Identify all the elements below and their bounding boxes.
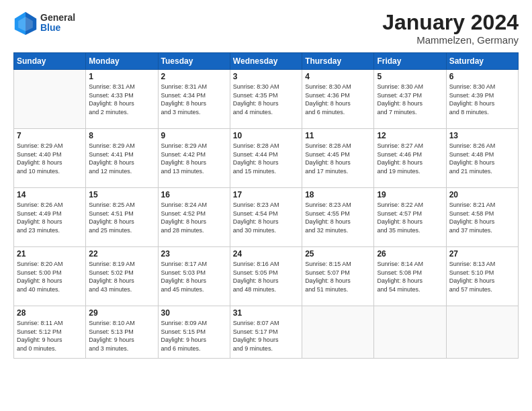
calendar-cell: 14Sunrise: 8:26 AM Sunset: 4:49 PM Dayli… — [14, 188, 86, 247]
calendar-cell: 18Sunrise: 8:23 AM Sunset: 4:55 PM Dayli… — [302, 188, 374, 247]
logo-general: General — [40, 13, 75, 23]
day-info: Sunrise: 8:26 AM Sunset: 4:48 PM Dayligh… — [449, 142, 515, 175]
day-number: 19 — [377, 190, 443, 199]
col-saturday: Saturday — [446, 53, 518, 70]
day-info: Sunrise: 8:30 AM Sunset: 4:37 PM Dayligh… — [377, 83, 443, 116]
header-row: Sunday Monday Tuesday Wednesday Thursday… — [14, 53, 519, 70]
col-sunday: Sunday — [14, 53, 86, 70]
day-info: Sunrise: 8:21 AM Sunset: 4:58 PM Dayligh… — [449, 201, 515, 234]
day-number: 11 — [305, 131, 371, 140]
day-number: 14 — [17, 190, 83, 199]
calendar-week-1: 1Sunrise: 8:31 AM Sunset: 4:33 PM Daylig… — [14, 70, 519, 129]
page: General Blue January 2024 Mammelzen, Ger… — [0, 0, 532, 411]
calendar-cell: 9Sunrise: 8:29 AM Sunset: 4:42 PM Daylig… — [158, 129, 230, 188]
logo-text: General Blue — [40, 13, 75, 34]
col-tuesday: Tuesday — [158, 53, 230, 70]
day-info: Sunrise: 8:28 AM Sunset: 4:44 PM Dayligh… — [233, 142, 299, 175]
day-number: 25 — [305, 249, 371, 259]
day-info: Sunrise: 8:30 AM Sunset: 4:36 PM Dayligh… — [305, 83, 371, 116]
day-number: 31 — [233, 308, 299, 318]
day-number: 27 — [449, 249, 515, 259]
day-info: Sunrise: 8:28 AM Sunset: 4:45 PM Dayligh… — [305, 142, 371, 175]
logo: General Blue — [13, 11, 75, 35]
day-number: 28 — [17, 308, 83, 318]
day-number: 20 — [449, 190, 515, 199]
day-number: 8 — [89, 131, 154, 140]
day-number: 23 — [161, 249, 227, 259]
location: Mammelzen, Germany — [382, 34, 519, 46]
logo-blue: Blue — [40, 23, 75, 33]
calendar-cell — [446, 306, 518, 359]
day-info: Sunrise: 8:23 AM Sunset: 4:55 PM Dayligh… — [305, 201, 371, 234]
calendar-table: Sunday Monday Tuesday Wednesday Thursday… — [13, 52, 519, 359]
day-number: 17 — [233, 190, 299, 199]
day-info: Sunrise: 8:11 AM Sunset: 5:12 PM Dayligh… — [17, 319, 83, 353]
calendar-cell: 24Sunrise: 8:16 AM Sunset: 5:05 PM Dayli… — [230, 247, 302, 306]
calendar-cell: 28Sunrise: 8:11 AM Sunset: 5:12 PM Dayli… — [14, 306, 86, 359]
day-info: Sunrise: 8:09 AM Sunset: 5:15 PM Dayligh… — [161, 319, 227, 353]
calendar-cell: 7Sunrise: 8:29 AM Sunset: 4:40 PM Daylig… — [14, 129, 86, 188]
month-title: January 2024 — [382, 11, 519, 34]
day-info: Sunrise: 8:31 AM Sunset: 4:34 PM Dayligh… — [161, 83, 227, 116]
calendar-cell: 19Sunrise: 8:22 AM Sunset: 4:57 PM Dayli… — [374, 188, 446, 247]
day-number: 1 — [89, 72, 154, 81]
day-number: 29 — [89, 308, 154, 318]
calendar-cell — [302, 306, 374, 359]
calendar-cell: 31Sunrise: 8:07 AM Sunset: 5:17 PM Dayli… — [230, 306, 302, 359]
calendar-cell: 25Sunrise: 8:15 AM Sunset: 5:07 PM Dayli… — [302, 247, 374, 306]
calendar-cell: 13Sunrise: 8:26 AM Sunset: 4:48 PM Dayli… — [446, 129, 518, 188]
day-info: Sunrise: 8:19 AM Sunset: 5:02 PM Dayligh… — [89, 260, 154, 293]
day-number: 9 — [161, 131, 227, 140]
day-info: Sunrise: 8:31 AM Sunset: 4:33 PM Dayligh… — [89, 83, 154, 116]
calendar-week-2: 7Sunrise: 8:29 AM Sunset: 4:40 PM Daylig… — [14, 129, 519, 188]
calendar-week-3: 14Sunrise: 8:26 AM Sunset: 4:49 PM Dayli… — [14, 188, 519, 247]
calendar-cell: 12Sunrise: 8:27 AM Sunset: 4:46 PM Dayli… — [374, 129, 446, 188]
calendar-cell: 21Sunrise: 8:20 AM Sunset: 5:00 PM Dayli… — [14, 247, 86, 306]
day-info: Sunrise: 8:10 AM Sunset: 5:13 PM Dayligh… — [89, 319, 154, 353]
calendar-cell — [14, 70, 86, 129]
calendar-cell: 2Sunrise: 8:31 AM Sunset: 4:34 PM Daylig… — [158, 70, 230, 129]
calendar-cell: 15Sunrise: 8:25 AM Sunset: 4:51 PM Dayli… — [86, 188, 158, 247]
calendar-cell: 5Sunrise: 8:30 AM Sunset: 4:37 PM Daylig… — [374, 70, 446, 129]
calendar-cell: 11Sunrise: 8:28 AM Sunset: 4:45 PM Dayli… — [302, 129, 374, 188]
day-number: 3 — [233, 72, 299, 81]
calendar-cell: 3Sunrise: 8:30 AM Sunset: 4:35 PM Daylig… — [230, 70, 302, 129]
day-number: 22 — [89, 249, 154, 259]
day-number: 15 — [89, 190, 154, 199]
day-number: 16 — [161, 190, 227, 199]
calendar-cell: 20Sunrise: 8:21 AM Sunset: 4:58 PM Dayli… — [446, 188, 518, 247]
header: General Blue January 2024 Mammelzen, Ger… — [13, 11, 519, 46]
day-number: 21 — [17, 249, 83, 259]
calendar-cell: 27Sunrise: 8:13 AM Sunset: 5:10 PM Dayli… — [446, 247, 518, 306]
title-block: January 2024 Mammelzen, Germany — [382, 11, 519, 46]
calendar-cell: 10Sunrise: 8:28 AM Sunset: 4:44 PM Dayli… — [230, 129, 302, 188]
calendar-cell: 26Sunrise: 8:14 AM Sunset: 5:08 PM Dayli… — [374, 247, 446, 306]
day-info: Sunrise: 8:24 AM Sunset: 4:52 PM Dayligh… — [161, 201, 227, 234]
calendar-week-5: 28Sunrise: 8:11 AM Sunset: 5:12 PM Dayli… — [14, 306, 519, 359]
day-info: Sunrise: 8:29 AM Sunset: 4:41 PM Dayligh… — [89, 142, 154, 175]
day-info: Sunrise: 8:27 AM Sunset: 4:46 PM Dayligh… — [377, 142, 443, 175]
day-number: 26 — [377, 249, 443, 259]
day-info: Sunrise: 8:07 AM Sunset: 5:17 PM Dayligh… — [233, 319, 299, 353]
day-info: Sunrise: 8:16 AM Sunset: 5:05 PM Dayligh… — [233, 260, 299, 293]
day-number: 24 — [233, 249, 299, 259]
logo-icon — [13, 11, 38, 35]
day-number: 5 — [377, 72, 443, 81]
day-number: 4 — [305, 72, 371, 81]
day-info: Sunrise: 8:14 AM Sunset: 5:08 PM Dayligh… — [377, 260, 443, 293]
day-info: Sunrise: 8:26 AM Sunset: 4:49 PM Dayligh… — [17, 201, 83, 234]
day-info: Sunrise: 8:13 AM Sunset: 5:10 PM Dayligh… — [449, 260, 515, 293]
calendar-week-4: 21Sunrise: 8:20 AM Sunset: 5:00 PM Dayli… — [14, 247, 519, 306]
day-info: Sunrise: 8:25 AM Sunset: 4:51 PM Dayligh… — [89, 201, 154, 234]
calendar-cell: 22Sunrise: 8:19 AM Sunset: 5:02 PM Dayli… — [86, 247, 158, 306]
calendar-cell: 8Sunrise: 8:29 AM Sunset: 4:41 PM Daylig… — [86, 129, 158, 188]
day-number: 10 — [233, 131, 299, 140]
calendar-cell: 29Sunrise: 8:10 AM Sunset: 5:13 PM Dayli… — [86, 306, 158, 359]
day-info: Sunrise: 8:23 AM Sunset: 4:54 PM Dayligh… — [233, 201, 299, 234]
day-number: 2 — [161, 72, 227, 81]
day-number: 13 — [449, 131, 515, 140]
calendar-cell: 1Sunrise: 8:31 AM Sunset: 4:33 PM Daylig… — [86, 70, 158, 129]
day-number: 18 — [305, 190, 371, 199]
day-info: Sunrise: 8:29 AM Sunset: 4:42 PM Dayligh… — [161, 142, 227, 175]
calendar-cell: 17Sunrise: 8:23 AM Sunset: 4:54 PM Dayli… — [230, 188, 302, 247]
